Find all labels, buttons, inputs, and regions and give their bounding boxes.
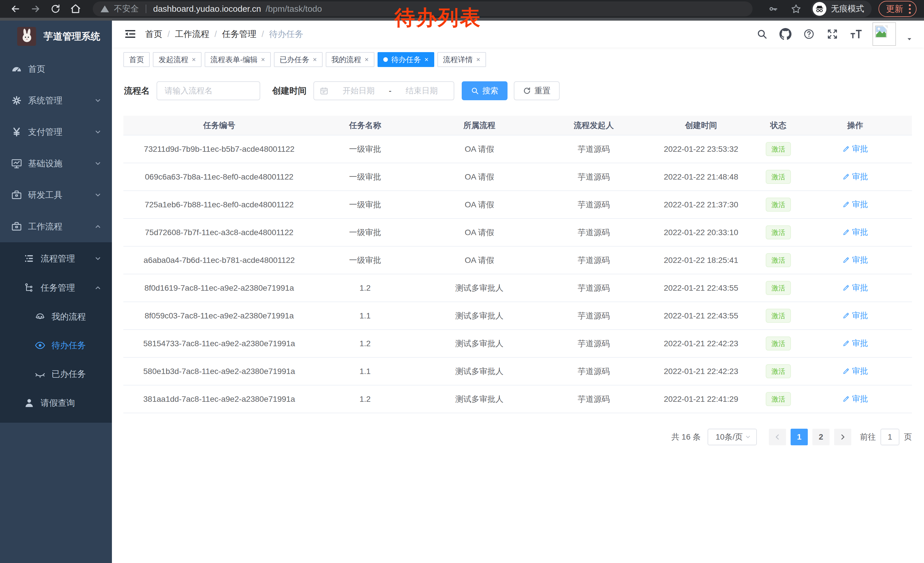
- goto-page-input[interactable]: [880, 429, 899, 445]
- tab-todo-tasks[interactable]: 待办任务 ×: [378, 52, 434, 67]
- approve-link[interactable]: 审批: [842, 199, 868, 210]
- page-button-2[interactable]: 2: [812, 429, 830, 445]
- cell-action: 审批: [798, 246, 912, 274]
- edit-pencil-icon: [842, 395, 850, 402]
- sidebar-item-devtools[interactable]: 研发工具: [0, 179, 112, 211]
- process-name-input[interactable]: [157, 81, 260, 100]
- sidebar-item-system[interactable]: 系统管理: [0, 85, 112, 116]
- cell-status: 激活: [758, 246, 799, 274]
- prev-page-button[interactable]: [769, 429, 786, 445]
- cell-action: 审批: [798, 330, 912, 357]
- task-table: 任务编号 任务名称 所属流程 流程发起人 创建时间 状态 操作 73211d9d…: [112, 100, 924, 413]
- sidebar-item-task-mgmt[interactable]: 任务管理: [0, 273, 112, 302]
- forward-icon[interactable]: [27, 1, 44, 17]
- home-icon[interactable]: [68, 1, 84, 17]
- breadcrumb: 首页 / 工作流程 / 任务管理 / 待办任务: [145, 29, 303, 40]
- approve-link[interactable]: 审批: [842, 282, 868, 293]
- sidebar-item-home[interactable]: 首页: [0, 53, 112, 85]
- divider: [146, 5, 146, 13]
- help-icon[interactable]: [802, 27, 816, 41]
- cell-process: 测试多审批人: [415, 274, 544, 302]
- sidebar-fold-icon[interactable]: [123, 27, 137, 41]
- status-badge: 激活: [766, 364, 791, 378]
- search-icon[interactable]: [755, 27, 769, 41]
- close-icon[interactable]: ×: [261, 56, 265, 63]
- incognito-label: 无痕模式: [831, 3, 864, 15]
- avatar[interactable]: [873, 23, 896, 46]
- search-button[interactable]: 搜索: [462, 81, 507, 100]
- approve-link[interactable]: 审批: [842, 338, 868, 349]
- robot-icon: [34, 311, 46, 323]
- breadcrumb-task-mgmt[interactable]: 任务管理: [222, 29, 256, 40]
- sidebar-item-my-process[interactable]: 我的流程: [0, 302, 112, 331]
- incognito-icon: [813, 2, 826, 16]
- chrome-menu-icon[interactable]: [909, 4, 911, 14]
- pagination: 共 16 条 10条/页 1 2 前往 页: [112, 413, 924, 445]
- close-icon[interactable]: ×: [313, 56, 317, 63]
- eye-closed-icon: [34, 368, 46, 380]
- password-key-icon[interactable]: [765, 1, 781, 17]
- cell-action: 审批: [798, 357, 912, 385]
- status-badge: 激活: [766, 281, 791, 295]
- breadcrumb-workflow[interactable]: 工作流程: [175, 29, 209, 40]
- sidebar: 芋道管理系统 首页 系统管理: [0, 21, 112, 563]
- github-icon[interactable]: [778, 27, 792, 41]
- back-icon[interactable]: [8, 1, 24, 17]
- create-time-label: 创建时间: [272, 85, 307, 97]
- approve-link[interactable]: 审批: [842, 227, 868, 238]
- sidebar-item-infra[interactable]: 基础设施: [0, 148, 112, 179]
- breadcrumb-current: 待办任务: [269, 29, 303, 40]
- app-logo[interactable]: 芋道管理系统: [0, 21, 112, 53]
- caret-down-icon[interactable]: [906, 36, 912, 42]
- edit-pencil-icon: [842, 145, 850, 153]
- reload-icon[interactable]: [48, 1, 63, 17]
- dashboard-icon: [10, 63, 23, 75]
- cell-task-id: a6aba0a4-7b6d-11ec-b781-acde48001122: [123, 246, 315, 274]
- sidebar-item-todo-tasks[interactable]: 待办任务: [0, 331, 112, 360]
- tab-my-process[interactable]: 我的流程 ×: [326, 52, 374, 67]
- sidebar-item-payment[interactable]: 支付管理: [0, 116, 112, 148]
- sidebar-item-done-tasks[interactable]: 已办任务: [0, 360, 112, 388]
- cell-task-id: 75d72608-7b7f-11ec-a3c8-acde48001122: [123, 219, 315, 246]
- toolbox-icon: [10, 189, 23, 201]
- edit-pencil-icon: [842, 228, 850, 236]
- cell-process: OA 请假: [415, 135, 544, 163]
- close-icon[interactable]: ×: [476, 56, 480, 63]
- fullscreen-icon[interactable]: [825, 27, 839, 41]
- sidebar-item-workflow[interactable]: 工作流程: [0, 211, 112, 242]
- approve-link[interactable]: 审批: [842, 366, 868, 377]
- tab-process-detail[interactable]: 流程详情 ×: [437, 52, 486, 67]
- approve-link[interactable]: 审批: [842, 255, 868, 266]
- tab-start-process[interactable]: 发起流程 ×: [153, 52, 201, 67]
- page-button-1[interactable]: 1: [790, 429, 808, 445]
- reset-button[interactable]: 重置: [514, 81, 560, 100]
- date-range-picker[interactable]: 开始日期 - 结束日期: [314, 81, 454, 100]
- close-icon[interactable]: ×: [192, 56, 196, 63]
- edit-pencil-icon: [842, 284, 850, 291]
- cell-task-name: 1.2: [315, 274, 415, 302]
- update-button[interactable]: 更新: [879, 1, 916, 17]
- next-page-button[interactable]: [834, 429, 851, 445]
- cell-task-id: 725a1eb6-7b88-11ec-8ef0-acde48001122: [123, 191, 315, 219]
- approve-link[interactable]: 审批: [842, 171, 868, 182]
- tab-done-tasks[interactable]: 已办任务 ×: [274, 52, 322, 67]
- table-row: 580e1b3d-7ac8-11ec-a9e2-a2380e71991a 1.1…: [123, 357, 912, 385]
- sidebar-item-leave-query[interactable]: 请假查询: [0, 388, 112, 417]
- breadcrumb-home[interactable]: 首页: [145, 29, 162, 40]
- table-row: 8f059c03-7ac8-11ec-a9e2-a2380e71991a 1.1…: [123, 302, 912, 330]
- status-badge: 激活: [766, 170, 791, 184]
- approve-link[interactable]: 审批: [842, 393, 868, 404]
- close-icon[interactable]: ×: [364, 56, 369, 63]
- page-size-select[interactable]: 10条/页: [708, 429, 757, 445]
- close-icon[interactable]: ×: [424, 56, 429, 63]
- bookmark-star-icon[interactable]: [788, 1, 804, 17]
- tab-form-edit[interactable]: 流程表单-编辑 ×: [205, 52, 271, 67]
- tab-home[interactable]: 首页: [123, 52, 150, 67]
- font-size-icon[interactable]: [849, 27, 863, 41]
- approve-link[interactable]: 审批: [842, 310, 868, 321]
- approve-link[interactable]: 审批: [842, 144, 868, 155]
- cell-initiator: 芋道源码: [544, 135, 644, 163]
- sidebar-item-process-mgmt[interactable]: 流程管理: [0, 244, 112, 273]
- cell-task-name: 1.2: [315, 385, 415, 413]
- table-header-row: 任务编号 任务名称 所属流程 流程发起人 创建时间 状态 操作: [123, 116, 912, 135]
